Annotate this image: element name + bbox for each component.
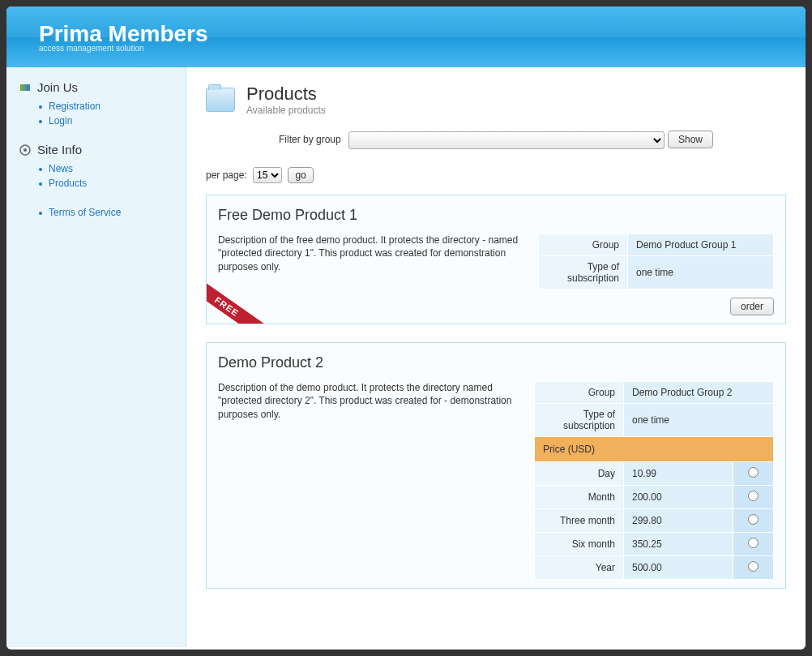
price-radio[interactable] [748,514,759,525]
detail-value-group: Demo Product Group 2 [624,381,774,403]
page-subtitle: Available products [246,105,326,116]
page-title: Products [246,84,326,105]
product-title: Demo Product 2 [218,354,774,371]
detail-value-subtype: one time [628,255,774,289]
sidebar-link-tos[interactable]: Terms of Service [49,207,121,218]
price-amount: 299.80 [624,508,733,532]
site-info-icon [19,144,31,156]
product-card: Demo Product 2 Description of the demo p… [206,342,786,589]
price-period: Year [535,555,624,579]
price-radio[interactable] [748,467,759,478]
detail-label-subtype: Type of subscription [539,255,628,289]
product-description: Description of the demo product. It prot… [218,381,518,422]
detail-value-subtype: one time [624,403,774,436]
price-period: Month [535,485,624,508]
filter-label: Filter by group [279,134,341,145]
sidebar-section-title: Join Us [37,80,78,94]
price-amount: 500.00 [624,555,733,579]
join-icon [19,82,31,93]
main-content: Products Available products Filter by gr… [186,67,806,647]
order-button[interactable]: order [730,298,774,315]
folder-icon [206,88,235,112]
sidebar-section-title: Site Info [37,143,82,156]
price-radio[interactable] [748,538,759,548]
product-card: Free Demo Product 1 Description of the f… [206,195,786,324]
price-period: Six month [535,532,624,555]
svg-rect-1 [25,84,30,91]
price-radio[interactable] [748,561,759,572]
detail-value-group: Demo Product Group 1 [628,234,774,255]
svg-point-3 [24,148,27,152]
detail-label-subtype: Type of subscription [535,403,624,436]
price-radio[interactable] [748,491,759,501]
svg-rect-0 [20,84,25,91]
sidebar: Join Us Registration Login Site Info New… [6,67,186,647]
product-detail-table: Group Demo Product Group 2 Type of subsc… [534,381,774,580]
site-header: Prima Members access management solution [6,6,806,67]
product-title: Free Demo Product 1 [218,207,774,224]
product-detail-table: Group Demo Product Group 1 Type of subsc… [538,234,774,289]
perpage-select[interactable]: 15 [253,167,282,183]
product-description: Description of the free demo product. It… [218,234,522,274]
sidebar-link-registration[interactable]: Registration [49,101,100,112]
detail-label-group: Group [539,234,628,255]
price-header: Price (USD) [535,436,774,461]
filter-select[interactable] [348,131,665,149]
price-period: Day [535,461,624,485]
show-button[interactable]: Show [668,131,713,148]
price-amount: 200.00 [624,485,733,508]
perpage-label: per page: [206,169,247,181]
go-button[interactable]: go [288,167,313,183]
sidebar-link-news[interactable]: News [49,163,73,174]
price-period: Three month [535,508,624,532]
price-amount: 350.25 [624,532,733,555]
sidebar-link-products[interactable]: Products [49,178,87,189]
sidebar-link-login[interactable]: Login [49,115,72,126]
detail-label-group: Group [535,381,624,403]
price-amount: 10.99 [624,461,733,485]
